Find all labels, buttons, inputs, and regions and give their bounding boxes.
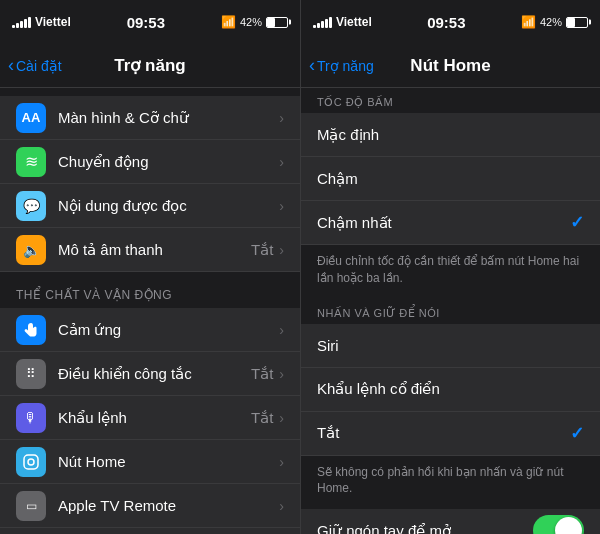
speed-default[interactable]: Mặc định	[301, 113, 600, 157]
list-item-spoken[interactable]: 💬 Nội dung được đọc ›	[0, 184, 300, 228]
hold-classic-label: Khẩu lệnh cổ điển	[317, 380, 584, 398]
hold-siri-label: Siri	[317, 337, 584, 354]
left-settings-list: AA Màn hình & Cỡ chữ › ≋ Chuyển động › 💬…	[0, 88, 300, 534]
speed-description: Điều chỉnh tốc độ cần thiết để bấm nút H…	[301, 245, 600, 299]
left-carrier: Viettel	[12, 15, 71, 29]
chevron-right-icon: ›	[279, 198, 284, 214]
right-status-right: 📶 42%	[521, 15, 588, 29]
left-nav-bar: ‹ Cài đặt Trợ năng	[0, 44, 300, 88]
hold-siri[interactable]: Siri	[301, 324, 600, 368]
right-settings-list: TỐC ĐỘ BẤM Mặc định Chậm Chậm nhất ✓ Điề…	[301, 88, 600, 534]
home-label: Nút Home	[58, 453, 279, 470]
hold-off-check: ✓	[570, 423, 584, 444]
hold-off[interactable]: Tắt ✓	[301, 412, 600, 456]
battery-icon	[266, 17, 288, 28]
home-icon	[16, 447, 46, 477]
right-nav-title: Nút Home	[410, 56, 490, 76]
list-item-motion[interactable]: ≋ Chuyển động ›	[0, 140, 300, 184]
left-battery: 42%	[240, 16, 262, 28]
display-icon: AA	[16, 103, 46, 133]
audio-value: Tắt	[251, 241, 273, 259]
wifi-icon: 📶	[221, 15, 236, 29]
switch-value: Tắt	[251, 365, 273, 383]
hold-section-header: NHẤN VÀ GIỮ ĐỂ NÓI	[301, 299, 600, 324]
chevron-right-icon: ›	[279, 454, 284, 470]
list-item-appletv[interactable]: ▭ Apple TV Remote ›	[0, 484, 300, 528]
audio-label: Mô tả âm thanh	[58, 241, 251, 259]
spoken-icon: 💬	[16, 191, 46, 221]
finger-toggle[interactable]	[533, 515, 584, 534]
right-battery-icon	[566, 17, 588, 28]
touch-label: Cảm ứng	[58, 321, 279, 339]
finger-toggle-item[interactable]: Giữ ngón tay để mở	[301, 509, 600, 534]
right-panel: Viettel 09:53 📶 42% ‹ Trợ năng Nút Home …	[300, 0, 600, 534]
speed-slowest[interactable]: Chậm nhất ✓	[301, 201, 600, 245]
list-item-home[interactable]: Nút Home ›	[0, 440, 300, 484]
cmd-icon: 🎙	[16, 403, 46, 433]
speed-slowest-label: Chậm nhất	[317, 214, 570, 232]
hold-classic[interactable]: Khẩu lệnh cổ điển	[301, 368, 600, 412]
list-item-switch[interactable]: ⠿ Điều khiển công tắc Tắt ›	[0, 352, 300, 396]
list-item-display[interactable]: AA Màn hình & Cỡ chữ ›	[0, 96, 300, 140]
right-status-bar: Viettel 09:53 📶 42%	[301, 0, 600, 44]
back-chevron-icon: ‹	[8, 55, 14, 76]
right-carrier: Viettel	[313, 15, 372, 29]
right-battery: 42%	[540, 16, 562, 28]
left-status-right: 📶 42%	[221, 15, 288, 29]
appletv-icon: ▭	[16, 491, 46, 521]
right-time: 09:53	[427, 14, 465, 31]
speed-slow-label: Chậm	[317, 170, 584, 188]
left-back-button[interactable]: ‹ Cài đặt	[8, 55, 62, 76]
appletv-label: Apple TV Remote	[58, 497, 279, 514]
left-back-label: Cài đặt	[16, 58, 62, 74]
hold-description: Sẽ không có phản hồi khi bạn nhấn và giữ…	[301, 456, 600, 510]
left-panel: Viettel 09:53 📶 42% ‹ Cài đặt Trợ năng A…	[0, 0, 300, 534]
section-physical-header: THỂ CHẤT VÀ VẬN ĐỘNG	[0, 272, 300, 308]
chevron-right-icon: ›	[279, 410, 284, 426]
speed-slow[interactable]: Chậm	[301, 157, 600, 201]
cmd-label: Khẩu lệnh	[58, 409, 251, 427]
left-time: 09:53	[127, 14, 165, 31]
speed-default-label: Mặc định	[317, 126, 584, 144]
toggle-knob	[555, 517, 582, 534]
chevron-right-icon: ›	[279, 498, 284, 514]
switch-label: Điều khiển công tắc	[58, 365, 251, 383]
right-nav-bar: ‹ Trợ năng Nút Home	[301, 44, 600, 88]
right-wifi-icon: 📶	[521, 15, 536, 29]
list-item-touch[interactable]: Cảm ứng ›	[0, 308, 300, 352]
right-back-label: Trợ năng	[317, 58, 374, 74]
spoken-label: Nội dung được đọc	[58, 197, 279, 215]
chevron-right-icon: ›	[279, 322, 284, 338]
speed-slowest-check: ✓	[570, 212, 584, 233]
chevron-right-icon: ›	[279, 242, 284, 258]
left-nav-title: Trợ năng	[114, 55, 185, 76]
signal-icon	[12, 17, 31, 28]
right-signal-icon	[313, 17, 332, 28]
motion-label: Chuyển động	[58, 153, 279, 171]
display-label: Màn hình & Cỡ chữ	[58, 109, 279, 127]
audio-icon: 🔈	[16, 235, 46, 265]
right-back-button[interactable]: ‹ Trợ năng	[309, 55, 374, 76]
finger-label: Giữ ngón tay để mở	[317, 522, 533, 534]
hold-off-label: Tắt	[317, 424, 570, 442]
cmd-value: Tắt	[251, 409, 273, 427]
touch-icon	[16, 315, 46, 345]
svg-point-1	[28, 459, 34, 465]
chevron-right-icon: ›	[279, 154, 284, 170]
switch-icon: ⠿	[16, 359, 46, 389]
list-item-pointer[interactable]: ⊹ Điều khiển con trỏ ›	[0, 528, 300, 534]
left-status-bar: Viettel 09:53 📶 42%	[0, 0, 300, 44]
list-item-audio[interactable]: 🔈 Mô tả âm thanh Tắt ›	[0, 228, 300, 272]
right-back-chevron-icon: ‹	[309, 55, 315, 76]
list-item-cmd[interactable]: 🎙 Khẩu lệnh Tắt ›	[0, 396, 300, 440]
motion-icon: ≋	[16, 147, 46, 177]
chevron-right-icon: ›	[279, 366, 284, 382]
chevron-right-icon: ›	[279, 110, 284, 126]
speed-section-header: TỐC ĐỘ BẤM	[301, 88, 600, 113]
svg-rect-0	[24, 455, 38, 469]
